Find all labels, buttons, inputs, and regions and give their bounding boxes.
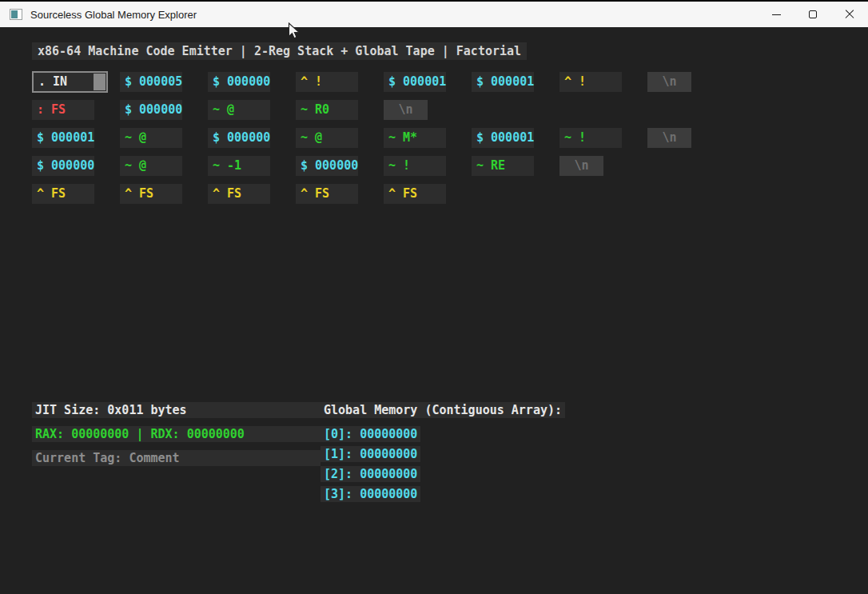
tape-cell-literal[interactable]: $ 000000 xyxy=(208,72,270,92)
tape-cell-op[interactable]: ~ @ xyxy=(296,128,358,148)
window-controls xyxy=(758,2,868,27)
tape-cell-call[interactable]: ^ FS xyxy=(120,184,182,204)
memory-cell: [1]: 00000000 xyxy=(321,446,420,462)
tape-cell-op[interactable]: ~ RE xyxy=(472,156,534,176)
memory-list: [0]: 00000000[1]: 00000000[2]: 00000000[… xyxy=(321,426,565,502)
global-memory-panel: Global Memory (Contiguous Array): [0]: 0… xyxy=(321,402,565,502)
tape-cell-input[interactable]: . IN xyxy=(32,71,108,93)
app-window: Sourceless Global Memory Explorer x86-64… xyxy=(0,0,868,594)
tape-cell-op[interactable]: ~ @ xyxy=(120,156,182,176)
tape-cell-call[interactable]: ^ FS xyxy=(208,184,270,204)
tape-cell-literal[interactable]: $ 000000 xyxy=(120,100,182,120)
status-area: JIT Size: 0x011 bytes RAX: 00000000 | RD… xyxy=(32,402,868,502)
minimize-icon xyxy=(772,14,781,15)
tape-cell-literal[interactable]: $ 000001 xyxy=(472,72,534,92)
tape-cell-op[interactable]: ~ -1 xyxy=(208,156,270,176)
tape-cell-op[interactable]: ~ R0 xyxy=(296,100,358,120)
tape-cell-newline[interactable]: \n xyxy=(647,72,691,92)
titlebar: Sourceless Global Memory Explorer xyxy=(0,2,868,27)
tape-cell-call[interactable]: ^ FS xyxy=(296,184,358,204)
memory-cell: [2]: 00000000 xyxy=(321,466,420,482)
tape-cell-def[interactable]: : FS xyxy=(32,100,94,120)
close-icon xyxy=(845,10,854,19)
memory-cell: [0]: 00000000 xyxy=(321,426,420,442)
tape-cell-op[interactable]: ~ ! xyxy=(559,128,622,148)
tape-cell-newline[interactable]: \n xyxy=(384,100,428,120)
tape-cell-literal[interactable]: $ 000001 xyxy=(472,128,534,148)
jit-size-label: JIT Size: 0x011 bytes xyxy=(32,402,321,418)
tape-cell-literal[interactable]: $ 000000 xyxy=(296,156,358,176)
tape-row: . IN$ 000005$ 000000^ !$ 000001$ 000001^… xyxy=(32,72,868,92)
tape-cell-op[interactable]: ~ @ xyxy=(120,128,182,148)
jit-status-panel: JIT Size: 0x011 bytes RAX: 00000000 | RD… xyxy=(32,402,321,502)
tape-row: $ 000001~ @$ 000000~ @~ M*$ 000001~ !\n xyxy=(32,128,868,148)
tape-cell-literal[interactable]: $ 000005 xyxy=(120,72,182,92)
tape-cell-literal[interactable]: $ 000000 xyxy=(32,156,94,176)
tape-cell-call[interactable]: ^ FS xyxy=(384,184,446,204)
tape-row: ^ FS^ FS^ FS^ FS^ FS xyxy=(32,184,868,204)
tape-cell-call[interactable]: ^ ! xyxy=(296,72,358,92)
tape-cell-op[interactable]: ~ M* xyxy=(384,128,446,148)
text-cursor xyxy=(94,74,106,90)
maximize-icon xyxy=(809,10,817,18)
page-title: x86-64 Machine Code Emitter | 2-Reg Stac… xyxy=(32,42,527,60)
app-icon xyxy=(10,9,22,20)
tape-row: $ 000000~ @~ -1$ 000000~ !~ RE\n xyxy=(32,156,868,176)
main-content: x86-64 Machine Code Emitter | 2-Reg Stac… xyxy=(0,27,868,594)
tape-cell-op[interactable]: ~ ! xyxy=(384,156,446,176)
registers-readout: RAX: 00000000 | RDX: 00000000 xyxy=(32,426,321,442)
tape-cell-call[interactable]: ^ ! xyxy=(559,72,622,92)
memory-cell: [3]: 00000000 xyxy=(321,486,420,502)
tape-cell-literal[interactable]: $ 000001 xyxy=(384,72,446,92)
tape-grid: . IN$ 000005$ 000000^ !$ 000001$ 000001^… xyxy=(32,72,868,204)
tape-row: : FS$ 000000~ @~ R0\n xyxy=(32,100,868,120)
tape-cell-literal[interactable]: $ 000001 xyxy=(32,128,94,148)
memory-title: Global Memory (Contiguous Array): xyxy=(321,402,565,418)
maximize-button[interactable] xyxy=(794,2,831,27)
tape-cell-op[interactable]: ~ @ xyxy=(208,100,270,120)
current-tag-label: Current Tag: Comment xyxy=(32,450,321,466)
tape-cell-call[interactable]: ^ FS xyxy=(32,184,94,204)
tape-cell-newline[interactable]: \n xyxy=(559,156,603,176)
close-button[interactable] xyxy=(831,2,868,27)
tape-cell-newline[interactable]: \n xyxy=(647,128,691,148)
minimize-button[interactable] xyxy=(758,2,794,27)
tape-cell-literal[interactable]: $ 000000 xyxy=(208,128,270,148)
window-title: Sourceless Global Memory Explorer xyxy=(30,9,197,21)
